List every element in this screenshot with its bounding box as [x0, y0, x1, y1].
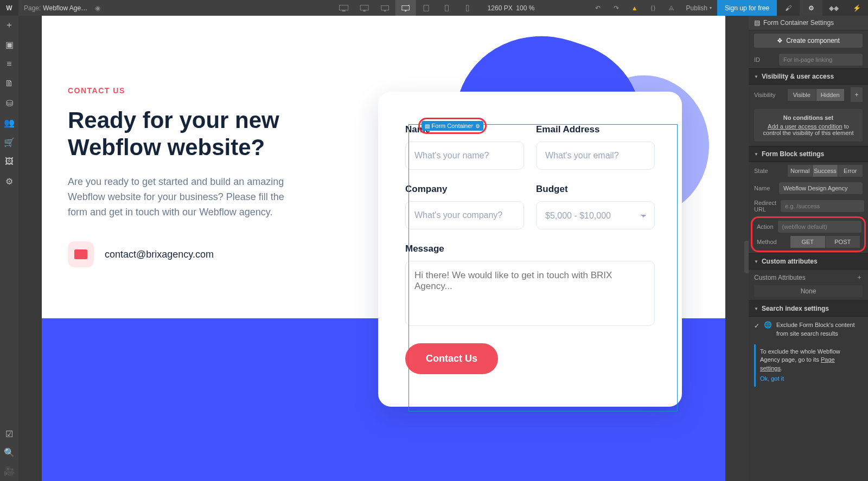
cms-icon[interactable]: ⛁: [4, 98, 14, 108]
hint-dismiss[interactable]: Ok, got it: [760, 375, 858, 383]
section-visibility[interactable]: Visibility & user access: [749, 68, 868, 85]
webflow-logo[interactable]: W: [0, 0, 18, 16]
create-component-button[interactable]: ❖Create component: [754, 34, 863, 48]
audit-warning-icon[interactable]: ▲: [626, 0, 644, 16]
users-icon[interactable]: 👥: [4, 118, 14, 127]
breakpoint-lg[interactable]: [375, 0, 395, 16]
settings-panel-tab-icon[interactable]: ⚙: [800, 0, 822, 16]
breakpoint-tablet[interactable]: [416, 0, 437, 16]
ecommerce-icon[interactable]: 🛒: [4, 137, 14, 147]
left-sidebar: ＋ ▣ ≡ 🗎 ⛁ 👥 🛒 🖼 ⚙ ☑ 🔍 🎥: [0, 16, 18, 481]
action-input[interactable]: [778, 221, 861, 233]
canvas-width[interactable]: 1260 PX 100 %: [488, 4, 535, 12]
budget-field-label[interactable]: Budget: [536, 184, 655, 195]
add-condition-link[interactable]: Add a user access condition: [768, 123, 843, 130]
svg-rect-3: [363, 10, 366, 11]
share-icon[interactable]: ⩓: [662, 0, 681, 16]
budget-select[interactable]: $5,000 - $10,000: [536, 201, 655, 229]
style-panel-tab-icon[interactable]: 🖌: [777, 0, 800, 16]
id-label: ID: [754, 56, 775, 63]
pages-icon[interactable]: ≡: [4, 59, 14, 69]
form-block-icon: ▤: [754, 19, 760, 27]
settings-icon[interactable]: ⚙: [4, 176, 14, 186]
state-error[interactable]: Error: [838, 165, 863, 177]
undo-icon[interactable]: ↶: [589, 0, 607, 16]
redo-icon[interactable]: ↷: [607, 0, 626, 16]
section-custom-attributes[interactable]: Custom attributes: [749, 253, 868, 270]
search-hint-box: To exclude the whole Webflow Agency page…: [754, 344, 863, 387]
envelope-icon: [68, 241, 94, 267]
audit-icon[interactable]: ☑: [4, 429, 14, 439]
section-form-block[interactable]: Form Block settings: [749, 146, 868, 162]
breakpoint-xxl[interactable]: [334, 0, 354, 16]
breakpoint-base[interactable]: [395, 0, 416, 16]
submit-button[interactable]: Contact Us: [405, 343, 498, 374]
breakpoint-mobile-p[interactable]: [457, 0, 478, 16]
section-search-index[interactable]: Search index settings: [749, 300, 868, 317]
page-title[interactable]: Ready for your new Webflow website?: [68, 107, 307, 162]
breakpoint-xl[interactable]: [354, 0, 375, 16]
exclude-checkbox[interactable]: ✓: [754, 322, 760, 330]
redirect-label: Redirect URL: [754, 200, 776, 213]
id-input[interactable]: [779, 54, 863, 66]
svg-rect-5: [384, 10, 386, 11]
name-input[interactable]: [405, 142, 524, 170]
form-name-input[interactable]: [779, 182, 863, 194]
svg-rect-8: [424, 5, 429, 11]
visibility-visible[interactable]: Visible: [788, 89, 816, 101]
navigator-icon[interactable]: ▣: [4, 40, 14, 49]
budget-field: Budget $5,000 - $10,000: [536, 184, 655, 229]
help-icon[interactable]: 🎥: [4, 466, 14, 476]
page-icon[interactable]: 🗎: [4, 79, 14, 88]
message-field: Message: [405, 243, 655, 328]
assets-icon[interactable]: 🖼: [4, 157, 14, 166]
panel-header: ▤ Form Container Settings: [749, 16, 868, 30]
svg-rect-2: [360, 5, 368, 10]
message-field-label[interactable]: Message: [405, 243, 655, 254]
visibility-hidden[interactable]: Hidden: [816, 89, 845, 101]
panel-header-text: Form Container Settings: [763, 19, 834, 27]
conditions-box: No conditions set Add a user access cond…: [754, 109, 863, 142]
preview-icon[interactable]: ◉: [95, 4, 100, 12]
code-export-icon[interactable]: ⟨⟩: [644, 0, 662, 16]
breakpoint-mobile-l[interactable]: [437, 0, 457, 16]
svg-rect-9: [445, 5, 449, 11]
publish-dropdown[interactable]: Publish ▾: [681, 4, 717, 12]
selected-element-tag[interactable]: ▤Form Container⚙: [418, 118, 487, 134]
topbar: W Page: Webflow Age… ◉ 1260 PX 100 % ↶ ↷…: [0, 0, 868, 16]
add-element-icon[interactable]: ＋: [4, 20, 14, 30]
redirect-input[interactable]: [781, 200, 864, 212]
breakpoint-switcher: 1260 PX 100 %: [334, 0, 535, 16]
page-name-dropdown[interactable]: Webflow Age…: [43, 4, 87, 12]
interactions-tab-icon[interactable]: ⚡: [845, 0, 868, 16]
action-label: Action: [757, 223, 774, 230]
canvas: DesktopAffects all resolutions CONTACT U…: [18, 16, 749, 481]
state-segmented: Normal Success Error: [788, 165, 863, 177]
contact-email[interactable]: contact@brixagency.com: [105, 249, 214, 260]
custom-attributes-none: None: [754, 285, 863, 297]
signup-button[interactable]: Sign up for free: [717, 0, 777, 16]
svg-rect-1: [342, 10, 346, 11]
visibility-add-button[interactable]: ＋: [851, 87, 863, 102]
add-attribute-button[interactable]: ＋: [856, 273, 863, 282]
email-input[interactable]: [536, 142, 655, 170]
state-success[interactable]: Success: [813, 165, 838, 177]
visibility-segmented: Visible Hidden: [788, 89, 844, 101]
form-card[interactable]: Name Email Address Company Budget $5,000…: [378, 92, 682, 407]
state-normal[interactable]: Normal: [788, 165, 813, 177]
page-body[interactable]: CONTACT US Ready for your new Webflow we…: [42, 16, 725, 481]
style-manager-tab-icon[interactable]: ◆◆: [822, 0, 845, 16]
conditions-title: No conditions set: [760, 114, 857, 121]
email-field-label[interactable]: Email Address: [536, 124, 655, 135]
custom-attributes-label: Custom Attributes: [754, 274, 806, 281]
email-field: Email Address: [536, 124, 655, 170]
panel-resize-handle[interactable]: [744, 241, 749, 273]
company-input[interactable]: [405, 201, 524, 229]
globe-icon: 🌐: [764, 321, 772, 329]
message-textarea[interactable]: [405, 261, 655, 326]
page-description[interactable]: Are you ready to get started and build a…: [68, 175, 301, 220]
search-icon[interactable]: 🔍: [4, 447, 14, 457]
method-post[interactable]: POST: [826, 236, 860, 248]
company-field-label[interactable]: Company: [405, 184, 524, 195]
method-get[interactable]: GET: [790, 236, 826, 248]
